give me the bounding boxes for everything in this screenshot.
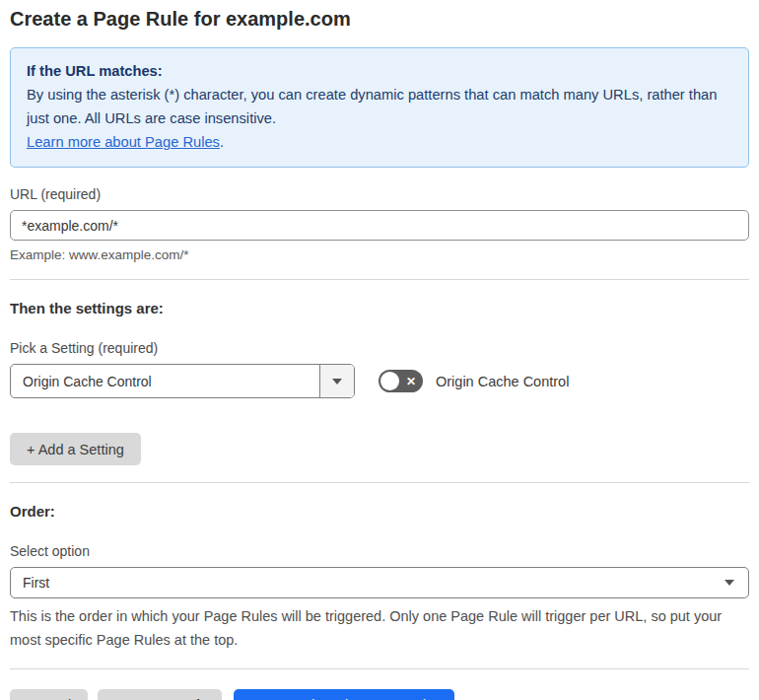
toggle-off-x-icon: ✕ (406, 376, 416, 387)
divider (10, 482, 749, 483)
setting-dropdown-arrow-cell[interactable] (319, 365, 354, 397)
chevron-down-icon (332, 379, 342, 385)
toggle-knob (380, 372, 399, 390)
footer-actions: Cancel Save as Draft Save and Deploy Pag… (10, 689, 749, 700)
select-option-label: Select option (10, 543, 749, 559)
settings-section-heading: Then the settings are: (10, 300, 749, 316)
info-box-body: By using the asterisk (*) character, you… (27, 83, 732, 130)
save-and-deploy-button[interactable]: Save and Deploy Page Rule (234, 689, 454, 700)
page-rule-form: Create a Page Rule for example.com If th… (0, 0, 759, 700)
pick-setting-label: Pick a Setting (required) (10, 340, 749, 356)
learn-more-link[interactable]: Learn more about Page Rules (27, 134, 220, 150)
setting-row: Origin Cache Control ✕ Origin Cache Cont… (10, 364, 749, 398)
url-match-info-box: If the URL matches: By using the asteris… (10, 47, 749, 168)
page-title: Create a Page Rule for example.com (10, 8, 749, 31)
order-select-value: First (11, 575, 724, 591)
url-field-label: URL (required) (10, 186, 749, 202)
cancel-button[interactable]: Cancel (10, 689, 88, 700)
order-select[interactable]: First (10, 567, 749, 598)
toggle-label: Origin Cache Control (436, 374, 569, 389)
info-box-link-line: Learn more about Page Rules. (27, 130, 732, 154)
order-section-heading: Order: (10, 503, 749, 520)
divider (10, 279, 749, 280)
divider (10, 668, 749, 669)
setting-dropdown-value: Origin Cache Control (11, 374, 319, 389)
setting-dropdown[interactable]: Origin Cache Control (10, 364, 355, 398)
link-suffix: . (220, 134, 224, 150)
add-setting-button[interactable]: + Add a Setting (10, 433, 141, 465)
order-help-text: This is the order in which your Page Rul… (10, 604, 749, 652)
save-as-draft-button[interactable]: Save as Draft (98, 689, 222, 700)
origin-cache-control-toggle[interactable]: ✕ (379, 370, 423, 392)
chevron-down-icon (724, 580, 734, 586)
url-example-text: Example: www.example.com/* (10, 247, 749, 262)
url-input[interactable] (10, 210, 749, 241)
info-box-heading: If the URL matches: (27, 59, 732, 83)
order-select-arrow-zone (724, 580, 748, 586)
